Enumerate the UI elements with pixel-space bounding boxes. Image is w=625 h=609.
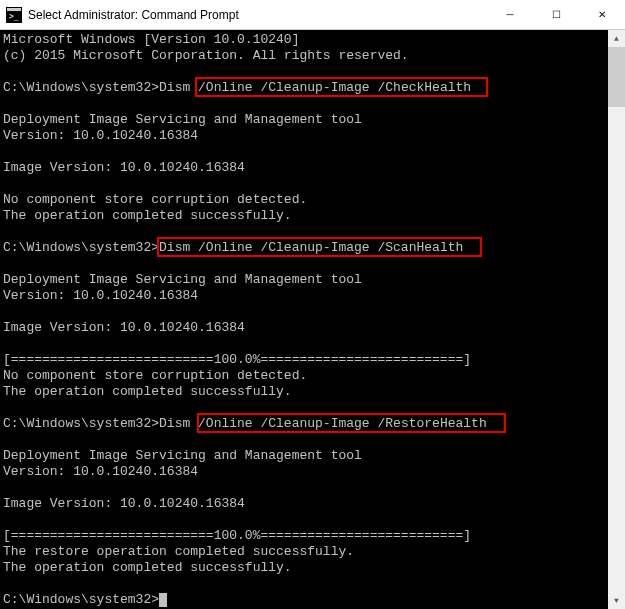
scrollbar-thumb[interactable] [608, 47, 625, 107]
cursor [159, 593, 167, 607]
command-1-args: /Online /Cleanup-Image /CheckHealth [198, 80, 471, 95]
minimize-button[interactable]: ─ [487, 0, 533, 29]
tool-header-1a: Deployment Image Servicing and Managemen… [3, 112, 362, 127]
window-title: Select Administrator: Command Prompt [28, 8, 487, 22]
result-1a: No component store corruption detected. [3, 192, 307, 207]
result-1b: The operation completed successfully. [3, 208, 292, 223]
cmd-icon: >_ [6, 7, 22, 23]
scroll-up-arrow-icon[interactable]: ▲ [608, 30, 625, 47]
terminal-output[interactable]: Microsoft Windows [Version 10.0.10240] (… [0, 30, 608, 609]
tool-header-2b: Version: 10.0.10240.16384 [3, 288, 198, 303]
result-2b: The operation completed successfully. [3, 384, 292, 399]
svg-text:>_: >_ [9, 12, 19, 21]
tool-header-1b: Version: 10.0.10240.16384 [3, 128, 198, 143]
tool-header-3b: Version: 10.0.10240.16384 [3, 464, 198, 479]
command-1-name: Dism [159, 80, 198, 95]
os-header-line-2: (c) 2015 Microsoft Corporation. All righ… [3, 48, 409, 63]
tool-header-3a: Deployment Image Servicing and Managemen… [3, 448, 362, 463]
svg-rect-1 [7, 8, 21, 11]
close-button[interactable]: ✕ [579, 0, 625, 29]
command-2: Dism /Online /Cleanup-Image /ScanHealth [159, 240, 463, 255]
image-version-3: Image Version: 10.0.10240.16384 [3, 496, 245, 511]
progress-bar-1: [==========================100.0%=======… [3, 352, 471, 367]
tool-header-2a: Deployment Image Servicing and Managemen… [3, 272, 362, 287]
command-3-args: /Online /Cleanup-Image /RestoreHealth [198, 416, 487, 431]
progress-bar-2: [==========================100.0%=======… [3, 528, 471, 543]
image-version-1: Image Version: 10.0.10240.16384 [3, 160, 245, 175]
result-3a: The restore operation completed successf… [3, 544, 354, 559]
result-2a: No component store corruption detected. [3, 368, 307, 383]
scroll-down-arrow-icon[interactable]: ▼ [608, 592, 625, 609]
window-controls: ─ ☐ ✕ [487, 0, 625, 29]
result-3b: The operation completed successfully. [3, 560, 292, 575]
image-version-2: Image Version: 10.0.10240.16384 [3, 320, 245, 335]
prompt: C:\Windows\system32> [3, 80, 159, 95]
vertical-scrollbar[interactable]: ▲ ▼ [608, 30, 625, 609]
prompt: C:\Windows\system32> [3, 592, 159, 607]
window-titlebar[interactable]: >_ Select Administrator: Command Prompt … [0, 0, 625, 30]
command-3-name: Dism [159, 416, 198, 431]
maximize-button[interactable]: ☐ [533, 0, 579, 29]
prompt: C:\Windows\system32> [3, 240, 159, 255]
prompt: C:\Windows\system32> [3, 416, 159, 431]
os-header-line-1: Microsoft Windows [Version 10.0.10240] [3, 32, 299, 47]
